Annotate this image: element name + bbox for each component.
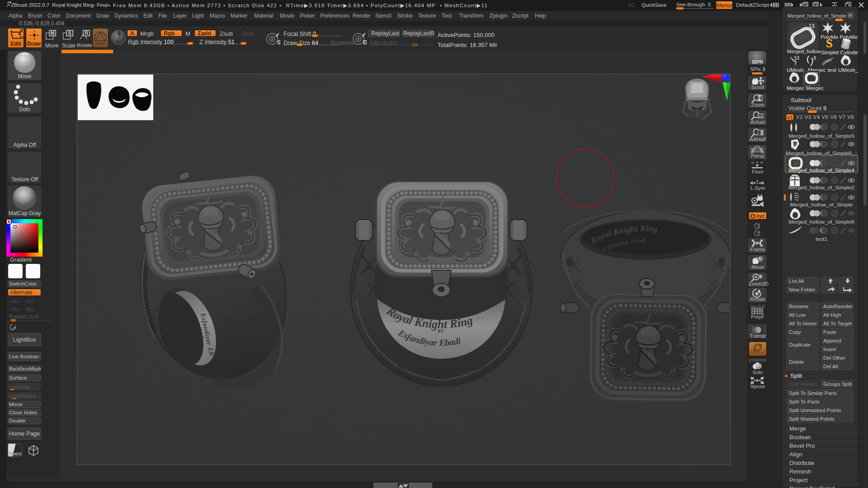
svg-text:13: 13 [813,72,818,77]
svg-text:D: D [363,39,367,46]
svg-text:13: 13 [809,23,815,29]
svg-text:8: 8 [813,56,816,61]
svg-text:S: S [277,39,280,46]
svg-text:x: x [12,327,14,331]
svg-text:Z: Z [757,232,760,237]
svg-text:BY: BY [438,328,444,333]
svg-text:M: M [51,31,55,36]
svg-text:x1: x1 [759,114,763,118]
svg-text:S: S [68,31,71,36]
svg-text:S: S [826,38,832,50]
svg-text:Y: Y [757,225,760,230]
svg-text:53: 53 [794,56,800,61]
svg-text:R: R [85,31,88,36]
